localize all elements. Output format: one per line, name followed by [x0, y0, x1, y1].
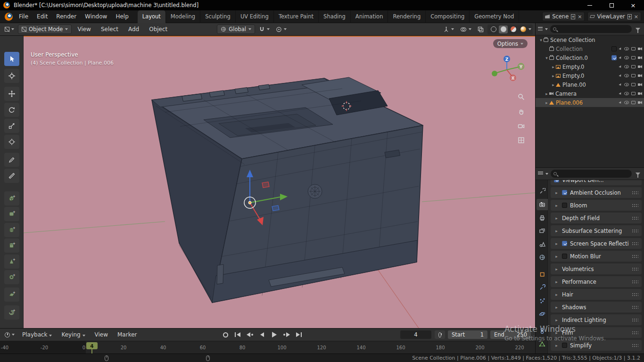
navigation-gizmo[interactable]: Z Y X	[492, 54, 526, 88]
viewport-3d[interactable]: User Perspective (4) Scene Collection | …	[24, 36, 535, 328]
panel-screen-space-reflections[interactable]: Screen Space Reflections	[551, 238, 642, 249]
properties-editor-icon[interactable]	[538, 172, 543, 176]
hide-icon[interactable]	[624, 83, 629, 86]
panel-performance[interactable]: Performance	[551, 276, 642, 287]
blender-menu-icon[interactable]	[5, 13, 13, 21]
rotate-tool[interactable]	[4, 103, 19, 117]
tab-uv-editing[interactable]: UV Editing	[236, 10, 274, 23]
shading-rendered-button[interactable]	[519, 25, 528, 33]
gizmo-plane-handle-z[interactable]	[272, 206, 279, 211]
drag-grip-icon[interactable]	[632, 331, 638, 335]
selectable-icon[interactable]	[619, 101, 622, 104]
outliner-row-scene-collection[interactable]: Scene Collection	[536, 35, 644, 44]
jump-to-start-button[interactable]	[233, 330, 242, 339]
gizmo-plane-handle-x[interactable]	[262, 182, 269, 188]
drag-grip-icon[interactable]	[632, 191, 638, 195]
play-reverse-button[interactable]	[257, 330, 267, 339]
outliner-row-plane-006[interactable]: Plane.006	[536, 98, 644, 107]
tab-tool-properties[interactable]	[537, 186, 548, 197]
panel-bloom[interactable]: Bloom	[551, 200, 642, 211]
transform-tool[interactable]	[4, 135, 19, 149]
new-view-layer-icon[interactable]	[627, 14, 632, 19]
play-button[interactable]	[270, 330, 279, 339]
prev-keyframe-button[interactable]	[245, 330, 255, 339]
disable-viewport-icon[interactable]	[631, 56, 636, 59]
selectable-icon[interactable]	[619, 92, 622, 95]
menu-playback[interactable]: Playback	[18, 329, 56, 340]
tab-physics-properties[interactable]	[537, 308, 548, 320]
measure-tool[interactable]	[4, 169, 19, 183]
properties-search-input[interactable]	[559, 171, 629, 177]
panel-hair[interactable]: Hair	[551, 289, 642, 300]
expand-icon[interactable]	[554, 241, 559, 246]
menu-marker[interactable]: Marker	[113, 329, 141, 340]
tab-modifier-properties[interactable]	[537, 282, 548, 293]
outliner-row-collection-0[interactable]: Collection.0	[536, 53, 644, 62]
outliner-row-plane-00[interactable]: Plane.00	[536, 80, 644, 89]
outliner-editor-icon[interactable]	[538, 27, 543, 31]
expand-icon[interactable]	[544, 56, 549, 60]
drag-grip-icon[interactable]	[632, 204, 638, 207]
disable-render-icon[interactable]	[638, 65, 642, 68]
menu-file[interactable]: File	[15, 11, 33, 22]
editor-type-button[interactable]	[2, 26, 17, 33]
drag-grip-icon[interactable]	[632, 242, 638, 246]
properties-search[interactable]	[551, 170, 632, 178]
drag-grip-icon[interactable]	[632, 216, 638, 220]
options-dropdown[interactable]: Options	[493, 39, 528, 48]
outliner-row-empty-0-a[interactable]: Empty.0	[536, 62, 644, 71]
add-spiral-tool[interactable]: +	[4, 305, 19, 320]
hide-icon[interactable]	[624, 101, 629, 104]
current-frame-field[interactable]: 4	[400, 330, 431, 339]
hide-icon[interactable]	[624, 47, 629, 50]
drag-grip-icon[interactable]	[632, 305, 638, 309]
collection-exclude-checkbox[interactable]	[611, 55, 617, 60]
expand-icon[interactable]	[554, 267, 559, 272]
axis-y-neg-ball[interactable]	[492, 71, 497, 76]
preview-range-toggle[interactable]	[435, 330, 445, 339]
overlays-toggle[interactable]	[458, 25, 474, 33]
menu-timeline-view[interactable]: View	[91, 329, 112, 340]
new-scene-icon[interactable]	[571, 14, 575, 19]
menu-window[interactable]: Window	[81, 11, 111, 22]
next-keyframe-button[interactable]	[282, 330, 291, 339]
disable-viewport-icon[interactable]	[631, 83, 636, 86]
selectable-icon[interactable]	[619, 47, 622, 50]
cursor-tool[interactable]	[4, 69, 19, 83]
timeline-editor-type-button[interactable]	[2, 331, 17, 338]
selectable-icon[interactable]	[619, 74, 622, 77]
expand-icon[interactable]	[554, 330, 559, 335]
disable-viewport-icon[interactable]	[631, 47, 636, 50]
bloom-checkbox[interactable]	[562, 203, 567, 208]
zoom-button[interactable]	[516, 91, 526, 102]
tab-constraint-properties[interactable]	[537, 325, 548, 337]
outliner-row-collection[interactable]: Collection	[536, 44, 644, 53]
expand-icon[interactable]	[554, 190, 559, 195]
disable-render-icon[interactable]	[638, 74, 642, 77]
expand-icon[interactable]	[551, 82, 556, 87]
add-plane-tool[interactable]: +	[4, 288, 19, 302]
hide-icon[interactable]	[624, 65, 629, 68]
tab-texture-paint[interactable]: Texture Paint	[274, 10, 319, 23]
tab-animation[interactable]: Animation	[351, 10, 388, 23]
ambient-occlusion-checkbox[interactable]	[562, 190, 567, 195]
drag-grip-icon[interactable]	[632, 318, 638, 322]
panel-motion-blur[interactable]: Motion Blur	[551, 251, 642, 262]
expand-icon[interactable]	[551, 74, 556, 78]
menu-object[interactable]: Object	[145, 24, 172, 34]
viewport-canvas[interactable]	[24, 36, 535, 328]
scale-tool[interactable]	[4, 119, 19, 133]
printer-object[interactable]	[152, 77, 423, 303]
disable-render-icon[interactable]	[638, 47, 642, 50]
view-layer-selector[interactable]: ViewLayer	[587, 12, 641, 21]
menu-view[interactable]: View	[73, 24, 95, 34]
tab-geometry-nodes[interactable]: Geometry Nod	[470, 10, 519, 23]
expand-icon[interactable]	[538, 38, 544, 42]
playhead-badge[interactable]: 4	[86, 342, 98, 349]
maximize-button[interactable]	[601, 0, 622, 10]
drag-grip-icon[interactable]	[632, 280, 638, 284]
disable-viewport-icon[interactable]	[631, 101, 636, 104]
expand-icon[interactable]	[554, 305, 559, 310]
tab-world-properties[interactable]	[537, 252, 548, 263]
xray-toggle[interactable]	[475, 25, 486, 33]
